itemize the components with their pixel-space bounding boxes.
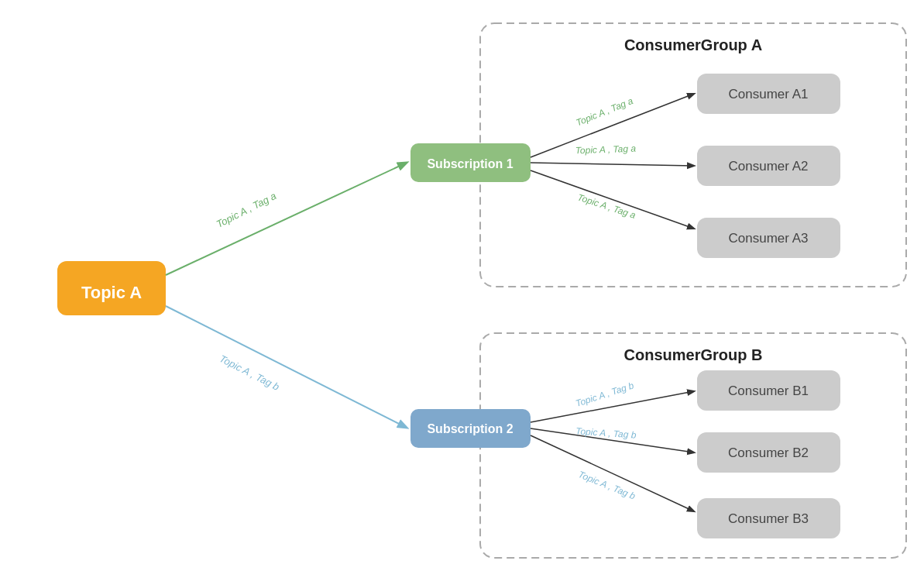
consumer-group-a-label: ConsumerGroup A xyxy=(624,36,762,53)
consumer-b2-label: Consumer B2 xyxy=(728,445,809,460)
consumer-group-b-box xyxy=(480,333,906,558)
consumer-a3-label: Consumer A3 xyxy=(729,231,809,246)
arrow-topic-sub1-label: Topic A , Tag a xyxy=(215,190,278,230)
arrow-topic-sub2-label: Topic A , Tag b xyxy=(218,353,281,393)
consumer-group-b-label: ConsumerGroup B xyxy=(624,346,763,363)
diagram: ConsumerGroup A ConsumerGroup B Topic A … xyxy=(0,0,924,571)
arrow-sub2-cb2-label: Topic A , Tag b xyxy=(575,425,637,440)
arrow-sub2-cb3-label: Topic A , Tag b xyxy=(577,469,637,501)
arrow-sub1-ca2 xyxy=(531,163,694,166)
topic-a-label: Topic A xyxy=(81,283,142,302)
arrow-sub1-ca2-label: Topic A , Tag a xyxy=(575,143,636,157)
arrow-topic-sub2 xyxy=(166,306,407,428)
consumer-a2-label: Consumer A2 xyxy=(729,159,809,174)
consumer-b3-label: Consumer B3 xyxy=(728,511,809,526)
arrow-sub1-ca3-label: Topic A , Tag a xyxy=(576,191,637,221)
consumer-a1-label: Consumer A1 xyxy=(729,87,809,101)
arrow-sub1-ca1-label: Topic A , Tag a xyxy=(575,95,635,128)
arrow-topic-sub1 xyxy=(166,163,407,275)
arrow-sub1-ca3 xyxy=(531,170,694,229)
consumer-b1-label: Consumer B1 xyxy=(728,384,809,398)
arrow-sub2-cb3 xyxy=(531,435,694,511)
subscription-2-label: Subscription 2 xyxy=(427,422,513,435)
consumer-group-a-box xyxy=(480,23,906,287)
subscription-1-label: Subscription 1 xyxy=(427,157,513,170)
